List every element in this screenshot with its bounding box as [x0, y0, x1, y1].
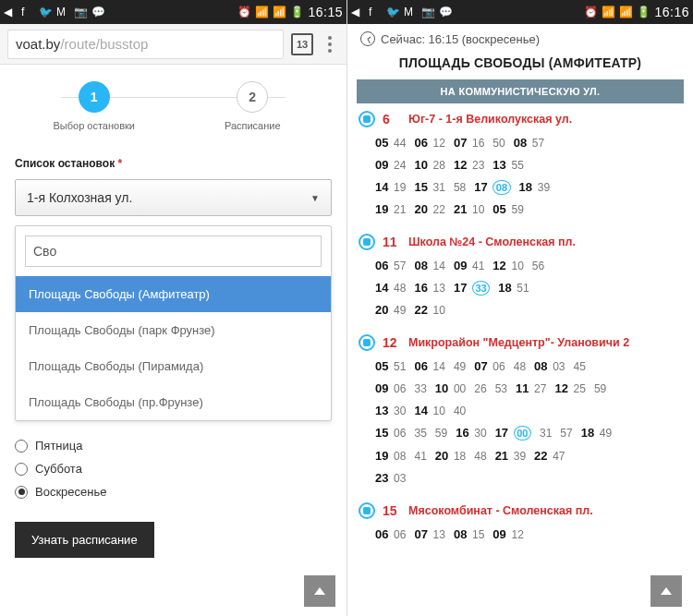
page-content-right: Сейчас: 16:15 (воскресенье) ПЛОЩАДЬ СВОБ…: [347, 24, 693, 616]
time-minute: 59: [511, 203, 523, 216]
step-2[interactable]: 2 Расписание: [174, 81, 333, 131]
time-minute: 00: [514, 426, 531, 441]
day-radio-friday[interactable]: Пятница: [15, 434, 332, 457]
chevron-down-icon: ▼: [310, 193, 320, 203]
time-minute: 33: [472, 281, 490, 296]
tab-count-button[interactable]: 13: [291, 33, 313, 55]
stops-option[interactable]: Площадь Свободы (парк Фрунзе): [16, 312, 331, 348]
time-hour: 20: [435, 449, 448, 463]
time-minute: 57: [560, 427, 572, 440]
bus-icon: [359, 334, 375, 351]
time-hour: 14: [375, 180, 388, 194]
time-minute: 49: [394, 304, 406, 317]
stops-select-value: 1-я Колхозная ул.: [27, 190, 132, 205]
time-minute: 14: [433, 260, 445, 272]
phone-right: ◀ f 🐦 M 📷 💬 ⏰ 📶 📶 🔋 16:16 Сейчас: 16:15 …: [346, 0, 693, 616]
route-head[interactable]: 15Мясокомбинат - Смоленская пл.: [357, 499, 684, 524]
time-minute: 28: [433, 159, 445, 172]
route-name: Микрорайон "Медцентр"- Улановичи 2: [408, 336, 629, 349]
time-hour: 14: [414, 404, 427, 417]
time-hour: 06: [414, 136, 427, 150]
time-minute: 24: [394, 159, 406, 172]
alarm-icon: ⏰: [237, 6, 250, 18]
radio-icon: [15, 463, 28, 476]
route-head[interactable]: 12Микрорайон "Медцентр"- Улановичи 2: [357, 331, 684, 356]
bus-icon: [359, 234, 375, 250]
step-1[interactable]: 1 Выбор остановки: [15, 81, 174, 131]
stops-search-input[interactable]: Сво: [25, 236, 322, 267]
time-hour: 08: [414, 259, 427, 272]
time-minute: 03: [394, 472, 406, 485]
clock-icon: [360, 31, 375, 46]
time-minute: 27: [534, 382, 546, 395]
time-hour: 14: [375, 281, 388, 295]
overflow-menu-button[interactable]: [321, 36, 339, 53]
notif-icon: f: [21, 6, 34, 18]
statusbar-system-icons: ⏰ 📶 📶 🔋 16:16: [584, 5, 689, 19]
notif-icon: 🐦: [39, 6, 52, 18]
time-minute: 49: [454, 360, 466, 373]
radio-icon: [15, 440, 28, 453]
time-minute: 08: [492, 180, 510, 195]
submit-button[interactable]: Узнать расписание: [15, 522, 154, 558]
time-minute: 45: [574, 360, 586, 373]
time-hour: 12: [492, 259, 505, 272]
time-hour: 06: [414, 359, 427, 373]
route-head[interactable]: 6Юг-7 - 1-я Великолукская ул.: [357, 107, 684, 132]
route-block: 11Школа №24 - Смоленская пл.06 5708 1409…: [357, 230, 684, 327]
time-minute: 23: [472, 159, 484, 172]
time-minute: 35: [414, 427, 426, 440]
statusbar-right: ◀ f 🐦 M 📷 💬 ⏰ 📶 📶 🔋 16:16: [347, 0, 693, 24]
route-times: 06 0607 1308 1509 12: [357, 524, 684, 551]
time-hour: 07: [474, 359, 487, 373]
signal-icon: 📶: [619, 6, 632, 18]
route-head[interactable]: 11Школа №24 - Смоленская пл.: [357, 230, 684, 255]
time-hour: 08: [514, 136, 527, 150]
time-hour: 08: [534, 359, 547, 373]
time-minute: 12: [511, 528, 523, 541]
stops-option[interactable]: Площадь Свободы (Амфитеатр): [16, 276, 331, 312]
notif-icon: 📷: [74, 6, 87, 18]
time-minute: 59: [435, 427, 447, 440]
time-minute: 57: [394, 260, 406, 272]
time-hour: 05: [375, 136, 388, 150]
time-hour: 15: [414, 180, 427, 194]
notif-icon: M: [56, 6, 69, 18]
time-hour: 06: [375, 259, 388, 272]
time-minute: 06: [394, 427, 406, 440]
notif-icon: 📷: [421, 6, 434, 18]
stops-option[interactable]: Площадь Свободы (Пирамида): [16, 348, 331, 384]
bus-icon: [359, 502, 375, 519]
time-minute: 25: [574, 382, 586, 395]
time-minute: 10: [472, 203, 484, 216]
notif-icon: 🐦: [386, 6, 399, 18]
url-path: /route/busstop: [60, 36, 148, 52]
time-minute: 13: [433, 282, 445, 295]
scroll-top-button[interactable]: [650, 575, 682, 607]
stops-option[interactable]: Площадь Свободы (пр.Фрунзе): [16, 384, 331, 420]
radio-icon: [15, 486, 28, 499]
route-name: Юг-7 - 1-я Великолукская ул.: [408, 113, 572, 126]
time-hour: 22: [414, 303, 427, 317]
alarm-icon: ⏰: [584, 6, 597, 18]
time-hour: 22: [534, 449, 547, 463]
time-minute: 26: [474, 382, 486, 395]
day-radio-saturday[interactable]: Суббота: [15, 457, 332, 480]
scroll-top-button[interactable]: [304, 575, 335, 607]
url-bar[interactable]: voat.by/route/busstop: [7, 30, 284, 59]
time-hour: 10: [414, 158, 427, 172]
time-minute: 44: [394, 137, 406, 150]
time-minute: 40: [454, 405, 466, 417]
route-name: Мясокомбинат - Смоленская пл.: [408, 504, 593, 517]
page-content-left: 1 Выбор остановки 2 Расписание Список ос…: [0, 65, 346, 616]
time-minute: 56: [532, 260, 544, 272]
stepper: 1 Выбор остановки 2 Расписание: [15, 81, 332, 131]
time-minute: 47: [553, 450, 565, 463]
time-minute: 31: [433, 181, 445, 194]
day-radio-sunday[interactable]: Воскресенье: [15, 480, 332, 503]
direction-band: НА КОММУНИСТИЧЕСКУЮ УЛ.: [357, 79, 684, 103]
time-minute: 18: [454, 450, 466, 463]
stops-select[interactable]: 1-я Колхозная ул. ▼: [15, 179, 332, 216]
route-times: 06 5708 1409 4112 105614 4816 1317 3318 …: [357, 255, 684, 327]
time-minute: 39: [514, 450, 526, 463]
